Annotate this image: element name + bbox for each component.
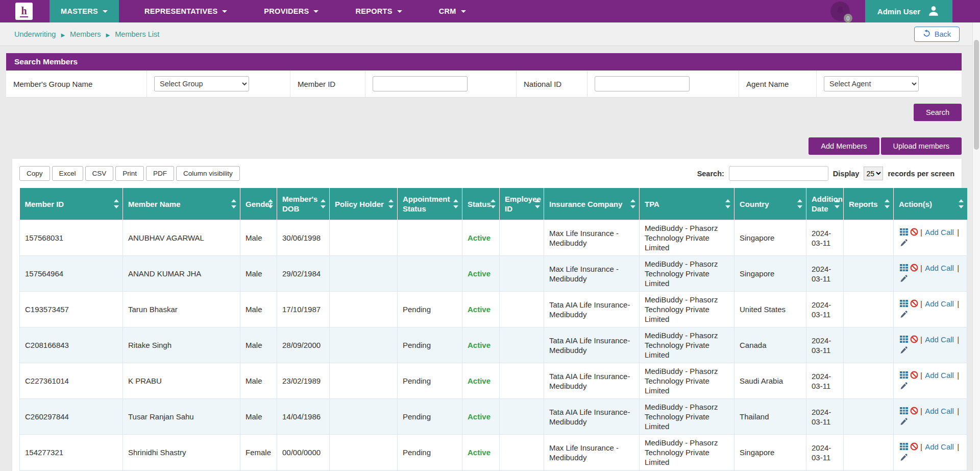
national-id-input[interactable] <box>595 76 690 91</box>
breadcrumb-item[interactable]: Members List <box>115 30 159 38</box>
member-details-icon[interactable] <box>900 335 908 345</box>
add-call-link[interactable]: Add Call <box>925 371 954 380</box>
nav-right: 0 Admin User <box>830 0 952 22</box>
nav-item-crm[interactable]: CRM <box>428 0 477 22</box>
add-call-link[interactable]: Add Call <box>925 228 954 237</box>
edit-icon[interactable] <box>900 239 908 249</box>
column-header-label: Member Name <box>128 200 181 208</box>
cell-appointment-status <box>398 220 462 256</box>
cell-employee-id <box>500 363 544 399</box>
member-details-icon[interactable] <box>900 228 908 238</box>
cell-member-name: Shrinidhi Shastry <box>123 435 240 470</box>
block-member-icon[interactable] <box>910 264 918 274</box>
member-details-icon[interactable] <box>900 264 908 274</box>
nav-item-reports[interactable]: REPORTS <box>344 0 413 22</box>
agent-select-cell: Select Agent <box>817 70 962 97</box>
column-visibility-button[interactable]: Column visibility <box>176 166 240 181</box>
column-header-gender[interactable]: Gender <box>240 188 277 220</box>
column-header-country[interactable]: Country <box>734 188 806 220</box>
member-details-icon[interactable] <box>900 407 908 417</box>
edit-icon[interactable] <box>900 418 908 428</box>
block-member-icon[interactable] <box>910 407 918 417</box>
block-member-icon[interactable] <box>910 228 918 238</box>
edit-icon[interactable] <box>900 311 908 320</box>
member-id-label: Member ID <box>290 70 365 97</box>
cell-insurance-company: Tata AIA Life Insurance- Medibuddy <box>544 292 640 327</box>
edit-icon[interactable] <box>900 275 908 285</box>
copy-button[interactable]: Copy <box>19 166 50 181</box>
edit-icon[interactable] <box>900 454 908 463</box>
sort-icon <box>388 199 394 208</box>
breadcrumb-item[interactable]: Members <box>70 30 101 38</box>
nav-item-label: REPRESENTATIVES <box>144 7 217 15</box>
group-select[interactable]: Select Group <box>154 76 249 91</box>
edit-icon[interactable] <box>900 346 908 356</box>
member-details-icon[interactable] <box>900 371 908 381</box>
add-call-link[interactable]: Add Call <box>925 335 954 344</box>
member-details-icon[interactable] <box>900 442 908 453</box>
cell-actions: | Add Call | <box>894 363 967 399</box>
column-header-member-name[interactable]: Member Name <box>123 188 240 220</box>
add-call-link[interactable]: Add Call <box>925 442 954 451</box>
pdf-button[interactable]: PDF <box>146 166 174 181</box>
column-header-status[interactable]: Status <box>462 188 500 220</box>
add-call-link[interactable]: Add Call <box>925 264 954 272</box>
app-logo[interactable]: h <box>15 3 33 20</box>
block-member-icon[interactable] <box>910 442 918 453</box>
cell-member-id: C260297844 <box>20 399 123 435</box>
user-menu-button[interactable]: Admin User <box>865 0 952 22</box>
member-id-input[interactable] <box>373 76 468 91</box>
column-header-tpa[interactable]: TPA <box>640 188 734 220</box>
cell-addition-date: 2024-03-11 <box>806 363 844 399</box>
display-count-select[interactable]: 25 <box>864 167 883 180</box>
nav-item-masters[interactable]: MASTERS <box>50 0 119 22</box>
upload-members-button[interactable]: Upload members <box>881 137 962 155</box>
cell-reports <box>844 399 894 435</box>
column-header-member-id[interactable]: Member ID <box>20 188 123 220</box>
notifications-button[interactable]: 0 <box>830 2 850 21</box>
block-member-icon[interactable] <box>910 299 918 310</box>
cell-status: Active <box>462 256 500 292</box>
add-call-link[interactable]: Add Call <box>925 299 954 308</box>
cell-gender: Male <box>240 327 277 363</box>
agent-name-label: Agent Name <box>739 70 817 97</box>
cell-actions: | Add Call | <box>894 327 967 363</box>
column-header-label: Status <box>468 200 491 208</box>
column-header-insurance-company[interactable]: Insurance Company <box>544 188 640 220</box>
table-row: C208166843Ritake SinghMale28/09/2000Pend… <box>20 327 967 363</box>
column-header-addition-date[interactable]: Addition Date <box>806 188 844 220</box>
vertical-scrollbar[interactable] <box>972 22 980 471</box>
cell-member-name: Ritake Singh <box>123 327 240 363</box>
add-members-button[interactable]: Add Members <box>808 137 879 155</box>
main-menu: MASTERSREPRESENTATIVESPROVIDERSREPORTSCR… <box>50 0 492 22</box>
member-details-icon[interactable] <box>900 299 908 310</box>
column-header-policy-holder[interactable]: Policy Holder <box>330 188 398 220</box>
nav-item-representatives[interactable]: REPRESENTATIVES <box>133 0 238 22</box>
nav-item-providers[interactable]: PROVIDERS <box>253 0 330 22</box>
column-header-appointment-status[interactable]: Appointment Status <box>398 188 462 220</box>
action-separator: | <box>957 228 959 237</box>
excel-button[interactable]: Excel <box>52 166 83 181</box>
block-member-icon[interactable] <box>910 371 918 381</box>
app-logo-letter: h <box>20 6 28 17</box>
column-header-reports[interactable]: Reports <box>844 188 894 220</box>
add-call-link[interactable]: Add Call <box>925 407 954 415</box>
column-header-employee-id[interactable]: Employee ID <box>500 188 544 220</box>
action-separator: | <box>957 442 959 451</box>
block-member-icon[interactable] <box>910 335 918 345</box>
cell-actions: | Add Call | <box>894 435 967 470</box>
column-header-member-s-dob[interactable]: Member's DOB <box>277 188 330 220</box>
table-search-input[interactable] <box>729 166 828 181</box>
breadcrumb-item[interactable]: Underwriting <box>14 30 56 38</box>
scrollbar-thumb[interactable] <box>974 40 979 150</box>
print-button[interactable]: Print <box>115 166 144 181</box>
back-label: Back <box>935 30 951 38</box>
member-id-cell <box>365 70 517 97</box>
cell-actions: | Add Call | <box>894 220 967 256</box>
agent-select[interactable]: Select Agent <box>824 76 919 91</box>
search-button[interactable]: Search <box>914 104 962 121</box>
edit-icon[interactable] <box>900 382 908 392</box>
column-header-action-s-[interactable]: Action(s) <box>894 188 967 220</box>
csv-button[interactable]: CSV <box>85 166 114 181</box>
back-button[interactable]: Back <box>914 27 960 42</box>
